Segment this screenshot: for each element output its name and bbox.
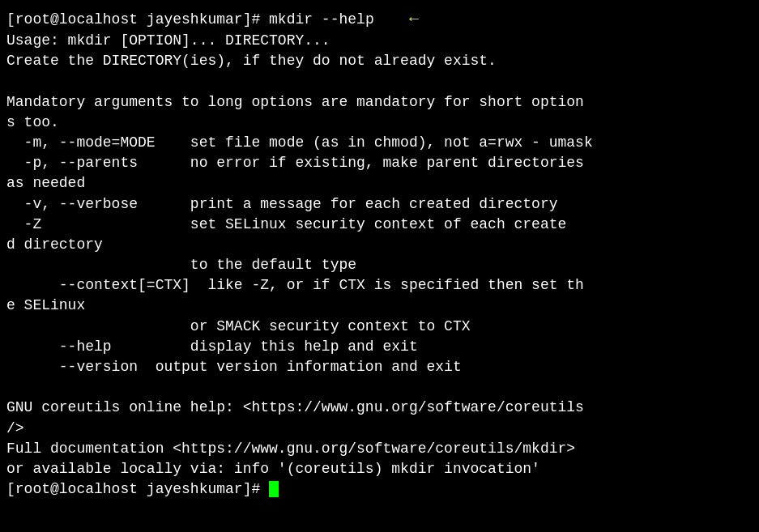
output-line-slash: />: [6, 419, 753, 439]
output-line-gnu: GNU coreutils online help: <https://www.…: [6, 398, 753, 418]
output-line-help: --help display this help and exit: [6, 337, 753, 357]
final-prompt: [root@localhost jayeshkumar]#: [6, 481, 269, 497]
output-line-z: -Z set SELinux security context of each …: [6, 215, 753, 235]
prompt: [root@localhost jayeshkumar]#: [6, 11, 269, 28]
output-line-d-dir: d directory: [6, 235, 753, 255]
output-line-context: --context[=CTX] like -Z, or if CTX is sp…: [6, 275, 753, 296]
output-line-smack: or SMACK security context to CTX: [6, 317, 753, 337]
cursor: [269, 481, 279, 497]
output-line-parents: -p, --parents no error if existing, make…: [6, 153, 753, 173]
arrow-icon: ←: [409, 10, 419, 28]
empty-line-1: [6, 71, 753, 92]
prompt-line-final: [root@localhost jayeshkumar]#: [6, 479, 753, 500]
output-line-locally: or available locally via: info '(coreuti…: [6, 459, 753, 479]
output-line-selinux: e SELinux: [6, 296, 753, 316]
output-line-s-too: s too.: [6, 113, 753, 133]
output-line-mandatory: Mandatory arguments to long options are …: [6, 92, 753, 113]
output-line-mode: -m, --mode=MODE set file mode (as in chm…: [6, 133, 753, 153]
output-line-full-doc: Full documentation <https://www.gnu.org/…: [6, 439, 753, 459]
command-text: mkdir --help: [269, 11, 374, 28]
command-line: [root@localhost jayeshkumar]# mkdir --he…: [6, 8, 753, 31]
output-line-create: Create the DIRECTORY(ies), if they do no…: [6, 51, 753, 71]
output-line-verbose: -v, --verbose print a message for each c…: [6, 194, 753, 215]
output-line-version: --version output version information and…: [6, 357, 753, 377]
empty-line-2: [6, 377, 753, 398]
output-line-usage: Usage: mkdir [OPTION]... DIRECTORY...: [6, 31, 753, 51]
terminal: [root@localhost jayeshkumar]# mkdir --he…: [6, 8, 753, 500]
output-line-as-needed: as needed: [6, 173, 753, 194]
output-line-default: to the default type: [6, 255, 753, 275]
